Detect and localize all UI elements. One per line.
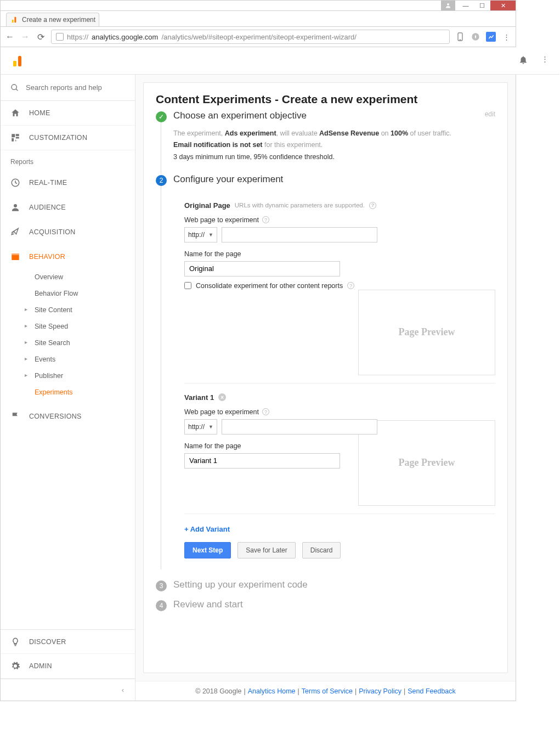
help-icon[interactable]: ?	[262, 408, 269, 415]
original-preview: Page Preview	[358, 290, 495, 375]
nav-conversions[interactable]: CONVERSIONS	[1, 404, 135, 428]
svg-rect-11	[16, 134, 19, 136]
step-3-header: 3 Setting up your experiment code	[156, 579, 495, 591]
save-for-later-button[interactable]: Save for Later	[237, 542, 295, 558]
svg-point-0	[447, 3, 449, 5]
close-tab-icon[interactable]: ×	[99, 15, 99, 24]
chevron-down-icon: ▼	[208, 232, 213, 238]
footer-feedback[interactable]: Send Feedback	[408, 687, 456, 695]
step-3-badge: 3	[156, 580, 167, 591]
reports-label: Reports	[1, 150, 135, 170]
discard-button[interactable]: Discard	[302, 542, 341, 558]
app-header: ⋮	[1, 47, 516, 75]
original-url-input[interactable]	[222, 227, 377, 242]
add-variant-button[interactable]: + Add Variant	[173, 517, 495, 542]
remove-variant-icon[interactable]: ×	[218, 393, 226, 401]
nav-realtime[interactable]: REAL-TIME	[1, 170, 135, 195]
extension-circle-icon[interactable]	[471, 32, 480, 42]
chevron-down-icon: ▼	[208, 424, 213, 430]
tab-title: Create a new experiment	[22, 16, 95, 24]
sub-experiments[interactable]: Experiments	[1, 384, 135, 400]
browser-tab-bar: Create a new experiment ×	[0, 11, 516, 26]
sidebar: Search reports and help HOME + CUSTOMIZA…	[1, 47, 135, 701]
browser-tab[interactable]: Create a new experiment ×	[6, 13, 99, 26]
nav-behavior[interactable]: BEHAVIOR	[1, 244, 135, 269]
footer: © 2018 Google | Analytics Home | Terms o…	[135, 681, 516, 701]
nav-acquisition[interactable]: ACQUISITION	[1, 219, 135, 244]
nav-customization[interactable]: + CUSTOMIZATION	[1, 126, 135, 150]
step-4-header: 4 Review and start	[156, 599, 495, 611]
variant-name-input[interactable]	[184, 453, 340, 469]
ga-favicon-icon	[11, 16, 19, 24]
sub-publisher[interactable]: Publisher	[1, 368, 135, 384]
svg-rect-1	[12, 20, 14, 22]
sub-events[interactable]: Events	[1, 351, 135, 368]
step-2-header: 2 Configure your experiment	[156, 174, 495, 186]
sub-site-search[interactable]: Site Search	[1, 335, 135, 351]
page-info-icon[interactable]	[56, 33, 64, 41]
home-icon	[10, 108, 20, 118]
nav-audience[interactable]: AUDIENCE	[1, 195, 135, 219]
close-window-button[interactable]: ✕	[490, 1, 516, 10]
svg-rect-12	[12, 138, 14, 142]
experiment-card: Content Experiments - Create a new exper…	[143, 82, 508, 673]
ga-logo-icon[interactable]	[12, 54, 25, 67]
edit-step-1[interactable]: edit	[485, 110, 495, 118]
extension-chart-icon[interactable]	[486, 32, 496, 42]
device-icon[interactable]	[455, 32, 465, 42]
back-button[interactable]: ←	[5, 32, 15, 42]
search-icon	[10, 83, 19, 92]
footer-privacy[interactable]: Privacy Policy	[359, 687, 401, 695]
svg-text:+: +	[15, 138, 18, 143]
browser-menu-icon[interactable]: ⋮	[501, 32, 511, 42]
collapse-sidebar-button[interactable]: ‹	[1, 679, 135, 701]
behavior-icon	[10, 252, 20, 262]
original-page-block: Original Page URLs with dynamic paramete…	[184, 201, 495, 375]
flag-icon	[10, 411, 20, 421]
variant-1-block: Variant 1 × Web page to experiment? http…	[184, 393, 495, 506]
help-icon[interactable]: ?	[369, 202, 376, 209]
nav-admin[interactable]: ADMIN	[1, 654, 135, 679]
variant-preview: Page Preview	[358, 420, 495, 506]
address-bar: ← → ⟳ https://analytics.google.com/analy…	[0, 26, 516, 47]
help-icon[interactable]: ?	[347, 282, 354, 289]
svg-rect-7	[18, 56, 21, 66]
protocol-select-original[interactable]: http://▼	[184, 227, 217, 242]
original-name-input[interactable]	[184, 261, 340, 277]
sub-site-speed[interactable]: Site Speed	[1, 318, 135, 335]
sub-overview[interactable]: Overview	[1, 269, 135, 285]
svg-line-9	[16, 89, 18, 91]
search-reports[interactable]: Search reports and help	[1, 75, 135, 101]
url-input[interactable]: https://analytics.google.com/analytics/w…	[51, 30, 450, 44]
clock-icon	[10, 178, 20, 188]
user-icon[interactable]	[441, 1, 455, 10]
sub-behavior-flow[interactable]: Behavior Flow	[1, 285, 135, 302]
forward-button: →	[20, 32, 30, 42]
help-icon[interactable]: ?	[262, 216, 269, 223]
step-2-badge: 2	[156, 175, 167, 186]
page-title: Content Experiments - Create a new exper…	[156, 93, 495, 106]
dashboard-icon: +	[10, 133, 20, 143]
protocol-select-variant[interactable]: http://▼	[184, 419, 217, 435]
sub-site-content[interactable]: Site Content	[1, 302, 135, 318]
acquisition-icon	[10, 227, 20, 237]
svg-rect-6	[13, 61, 16, 66]
variant-url-input[interactable]	[222, 419, 377, 435]
reload-button[interactable]: ⟳	[36, 32, 46, 42]
window-title-bar: — ☐ ✕	[0, 0, 516, 11]
minimize-button[interactable]: —	[457, 1, 474, 10]
step-1-summary: The experiment, Ads experiment, will eva…	[173, 128, 495, 163]
nav-home[interactable]: HOME	[1, 101, 135, 126]
maximize-button[interactable]: ☐	[474, 1, 490, 10]
footer-analytics-home[interactable]: Analytics Home	[248, 687, 296, 695]
person-icon	[10, 202, 20, 212]
nav-discover[interactable]: DISCOVER	[1, 629, 135, 654]
main-content: Content Experiments - Create a new exper…	[135, 47, 516, 701]
svg-point-16	[14, 204, 17, 207]
next-step-button[interactable]: Next Step	[184, 542, 231, 558]
consolidate-checkbox[interactable]	[184, 282, 191, 289]
footer-terms[interactable]: Terms of Service	[302, 687, 353, 695]
check-icon: ✓	[156, 111, 167, 122]
lightbulb-icon	[10, 637, 20, 647]
svg-rect-2	[14, 17, 16, 23]
